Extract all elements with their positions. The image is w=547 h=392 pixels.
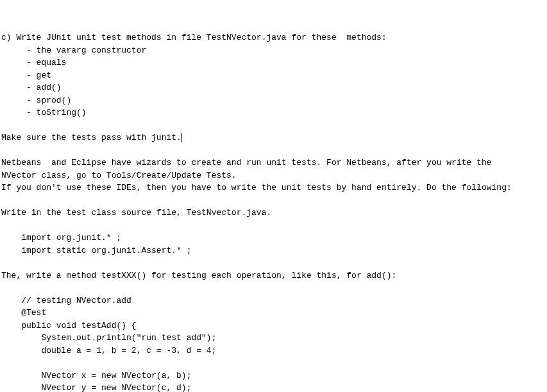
text-line: NVector x = new NVector(a, b);: [1, 371, 191, 380]
text-line: If you don't use these IDEs, then you ha…: [1, 183, 512, 192]
text-line: import org.junit.* ;: [1, 233, 121, 243]
text-line: - get: [1, 71, 51, 80]
text-line: @Test: [1, 308, 46, 318]
text-cursor: [181, 133, 182, 142]
text-line: Make sure the tests pass with junit.: [1, 133, 181, 142]
text-line: // testing NVector.add: [1, 296, 131, 305]
text-line: NVector y = new NVector(c, d);: [1, 383, 191, 392]
text-line: c) Write JUnit unit test methods in file…: [1, 33, 387, 42]
text-line: - sprod(): [1, 96, 71, 105]
text-line: Netbeans and Eclipse have wizards to cre…: [1, 158, 492, 167]
text-line: - toString(): [1, 108, 87, 117]
text-line: NVector class, go to Tools/Create/Update…: [1, 171, 237, 180]
text-line: - equals: [1, 58, 66, 67]
text-line: Write in the test class source file, Tes…: [1, 208, 271, 217]
text-line: - add(): [1, 83, 62, 92]
text-line: import static org.junit.Assert.* ;: [1, 246, 191, 255]
text-line: System.out.println("run test add");: [1, 333, 216, 343]
text-line: double a = 1, b = 2, c = -3, d = 4;: [1, 346, 216, 355]
text-line: - the vararg constructor: [1, 46, 146, 55]
text-line: public void testAdd() {: [1, 321, 137, 330]
text-line: The, write a method testXXX() for testin…: [1, 271, 396, 280]
